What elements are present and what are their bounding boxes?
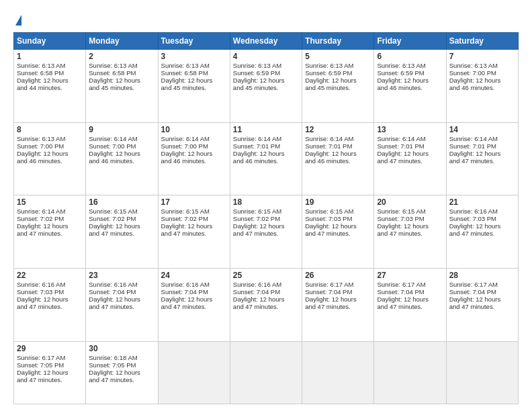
calendar-cell: 21Sunrise: 6:16 AMSunset: 7:03 PMDayligh… bbox=[446, 195, 518, 269]
day-number: 7 bbox=[449, 52, 515, 61]
day-info-line: Sunset: 7:00 PM bbox=[89, 142, 154, 150]
day-info-line: Sunset: 7:01 PM bbox=[305, 142, 371, 150]
day-info-line: Sunrise: 6:16 AM bbox=[17, 281, 83, 288]
day-info-line: Sunrise: 6:14 AM bbox=[161, 135, 227, 142]
day-info-line: Sunset: 7:02 PM bbox=[233, 215, 299, 222]
day-info-line: Daylight: 12 hours bbox=[17, 150, 83, 157]
calendar-cell: 10Sunrise: 6:14 AMSunset: 7:00 PMDayligh… bbox=[158, 122, 230, 195]
calendar: SundayMondayTuesdayWednesdayThursdayFrid… bbox=[13, 32, 519, 404]
day-info-line: and 46 minutes. bbox=[17, 157, 83, 165]
day-info-line: Daylight: 12 hours bbox=[449, 150, 515, 157]
day-info-line: Daylight: 12 hours bbox=[377, 295, 443, 303]
calendar-cell: 8Sunrise: 6:13 AMSunset: 7:00 PMDaylight… bbox=[14, 122, 86, 195]
day-info-line: Sunrise: 6:13 AM bbox=[377, 62, 443, 69]
day-info-line: and 47 minutes. bbox=[233, 230, 299, 237]
day-info-line: Sunrise: 6:13 AM bbox=[17, 135, 83, 142]
day-info-line: and 47 minutes. bbox=[161, 303, 227, 310]
calendar-cell: 16Sunrise: 6:15 AMSunset: 7:02 PMDayligh… bbox=[86, 195, 158, 269]
day-number: 23 bbox=[89, 271, 154, 280]
calendar-cell: 30Sunrise: 6:18 AMSunset: 7:05 PMDayligh… bbox=[86, 341, 158, 404]
day-number: 14 bbox=[449, 125, 515, 134]
day-info-line: Sunrise: 6:16 AM bbox=[89, 281, 154, 288]
day-info-line: and 47 minutes. bbox=[89, 303, 154, 310]
calendar-cell bbox=[158, 341, 230, 404]
day-info-line: Daylight: 12 hours bbox=[233, 150, 299, 157]
day-info-line: Sunset: 7:05 PM bbox=[17, 361, 83, 369]
day-info-line: Daylight: 12 hours bbox=[17, 77, 83, 84]
day-info-line: and 46 minutes. bbox=[233, 157, 299, 165]
day-info-line: Sunrise: 6:13 AM bbox=[449, 62, 515, 69]
day-info-line: Sunset: 6:58 PM bbox=[17, 69, 83, 77]
calendar-cell bbox=[230, 341, 302, 404]
day-number: 16 bbox=[89, 197, 154, 207]
day-info-line: Daylight: 12 hours bbox=[305, 222, 371, 230]
calendar-cell: 24Sunrise: 6:16 AMSunset: 7:04 PMDayligh… bbox=[158, 269, 230, 342]
day-info-line: Sunset: 7:03 PM bbox=[17, 288, 83, 295]
day-header-monday: Monday bbox=[86, 33, 158, 50]
day-info-line: Daylight: 12 hours bbox=[89, 295, 154, 303]
calendar-cell: 27Sunrise: 6:17 AMSunset: 7:04 PMDayligh… bbox=[374, 269, 446, 342]
day-header-sunday: Sunday bbox=[14, 33, 86, 50]
day-info-line: Sunset: 7:03 PM bbox=[305, 215, 371, 222]
calendar-cell: 23Sunrise: 6:16 AMSunset: 7:04 PMDayligh… bbox=[86, 269, 158, 342]
day-info-line: Daylight: 12 hours bbox=[449, 295, 515, 303]
day-info-line: and 47 minutes. bbox=[89, 230, 154, 237]
day-info-line: Sunrise: 6:18 AM bbox=[89, 354, 154, 361]
day-info-line: Daylight: 12 hours bbox=[305, 150, 371, 157]
day-info-line: Daylight: 12 hours bbox=[449, 222, 515, 230]
day-number: 26 bbox=[305, 271, 371, 280]
day-info-line: Sunrise: 6:17 AM bbox=[305, 281, 371, 288]
day-header-thursday: Thursday bbox=[302, 33, 374, 50]
day-info-line: Sunrise: 6:15 AM bbox=[233, 208, 299, 215]
day-info-line: Sunrise: 6:15 AM bbox=[305, 208, 371, 215]
day-info-line: Sunset: 6:59 PM bbox=[377, 69, 443, 77]
day-info-line: Sunrise: 6:17 AM bbox=[377, 281, 443, 288]
day-info-line: and 47 minutes. bbox=[161, 230, 227, 237]
page: SundayMondayTuesdayWednesdayThursdayFrid… bbox=[0, 0, 532, 411]
calendar-cell: 28Sunrise: 6:17 AMSunset: 7:04 PMDayligh… bbox=[446, 269, 518, 342]
day-number: 28 bbox=[449, 271, 515, 280]
day-info-line: Sunset: 7:03 PM bbox=[449, 215, 515, 222]
calendar-cell: 25Sunrise: 6:16 AMSunset: 7:04 PMDayligh… bbox=[230, 269, 302, 342]
day-info-line: Daylight: 12 hours bbox=[233, 295, 299, 303]
day-number: 27 bbox=[377, 271, 443, 280]
calendar-cell: 4Sunrise: 6:13 AMSunset: 6:59 PMDaylight… bbox=[230, 50, 302, 123]
calendar-cell: 7Sunrise: 6:13 AMSunset: 7:00 PMDaylight… bbox=[446, 50, 518, 123]
day-number: 29 bbox=[17, 344, 83, 353]
day-number: 11 bbox=[233, 125, 299, 134]
day-info-line: Sunset: 7:02 PM bbox=[89, 215, 154, 222]
day-info-line: Sunset: 7:00 PM bbox=[17, 142, 83, 150]
day-info-line: Sunset: 7:04 PM bbox=[449, 288, 515, 295]
day-info-line: Sunrise: 6:16 AM bbox=[233, 281, 299, 288]
day-info-line: Sunset: 7:04 PM bbox=[305, 288, 371, 295]
calendar-cell: 2Sunrise: 6:13 AMSunset: 6:58 PMDaylight… bbox=[86, 50, 158, 123]
day-info-line: Sunrise: 6:13 AM bbox=[305, 62, 371, 69]
day-number: 21 bbox=[449, 197, 515, 207]
day-info-line: Sunset: 7:01 PM bbox=[233, 142, 299, 150]
day-info-line: Sunrise: 6:14 AM bbox=[89, 135, 154, 142]
day-info-line: Sunrise: 6:17 AM bbox=[17, 354, 83, 361]
day-info-line: Sunset: 7:04 PM bbox=[377, 288, 443, 295]
day-number: 30 bbox=[89, 344, 154, 353]
day-number: 9 bbox=[89, 125, 154, 134]
day-info-line: Sunrise: 6:13 AM bbox=[89, 62, 154, 69]
day-info-line: Sunset: 7:04 PM bbox=[161, 288, 227, 295]
calendar-cell: 12Sunrise: 6:14 AMSunset: 7:01 PMDayligh… bbox=[302, 122, 374, 195]
day-number: 2 bbox=[89, 52, 154, 61]
day-info-line: Sunrise: 6:13 AM bbox=[233, 62, 299, 69]
day-info-line: and 46 minutes. bbox=[305, 157, 371, 165]
day-info-line: Sunset: 7:02 PM bbox=[161, 215, 227, 222]
day-number: 15 bbox=[17, 197, 83, 207]
day-info-line: and 45 minutes. bbox=[233, 84, 299, 91]
day-info-line: Sunset: 6:59 PM bbox=[233, 69, 299, 77]
day-info-line: and 47 minutes. bbox=[17, 303, 83, 310]
day-info-line: and 47 minutes. bbox=[17, 230, 83, 237]
calendar-cell: 26Sunrise: 6:17 AMSunset: 7:04 PMDayligh… bbox=[302, 269, 374, 342]
calendar-cell: 17Sunrise: 6:15 AMSunset: 7:02 PMDayligh… bbox=[158, 195, 230, 269]
calendar-cell: 1Sunrise: 6:13 AMSunset: 6:58 PMDaylight… bbox=[14, 50, 86, 123]
calendar-cell: 22Sunrise: 6:16 AMSunset: 7:03 PMDayligh… bbox=[14, 269, 86, 342]
day-info-line: Sunset: 7:03 PM bbox=[377, 215, 443, 222]
day-info-line: Daylight: 12 hours bbox=[89, 369, 154, 376]
calendar-cell: 3Sunrise: 6:13 AMSunset: 6:58 PMDaylight… bbox=[158, 50, 230, 123]
day-info-line: Daylight: 12 hours bbox=[233, 222, 299, 230]
